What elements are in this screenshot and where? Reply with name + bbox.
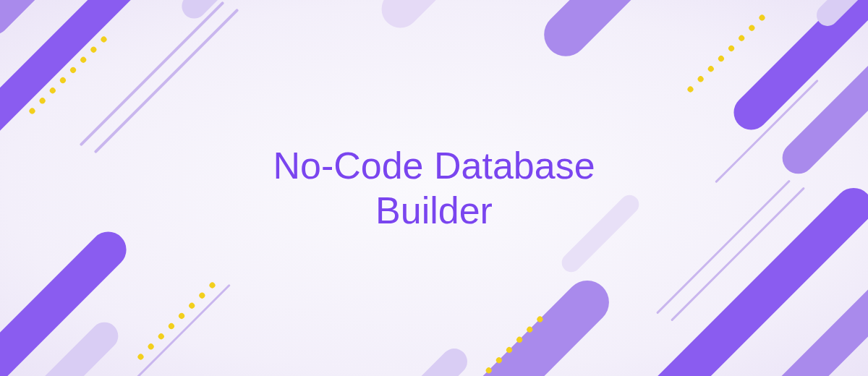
hero-banner: No-Code Database Builder [0,0,868,376]
decor-dots [137,281,216,361]
decor-pill [374,0,523,35]
decor-line [94,9,239,154]
decor-pill [352,343,473,376]
decor-pill [535,0,709,65]
decor-line [116,284,231,376]
hero-title: No-Code Database Builder [273,143,595,234]
decor-pill [176,0,286,24]
decor-dots [686,14,766,93]
decor-pill [0,0,183,162]
